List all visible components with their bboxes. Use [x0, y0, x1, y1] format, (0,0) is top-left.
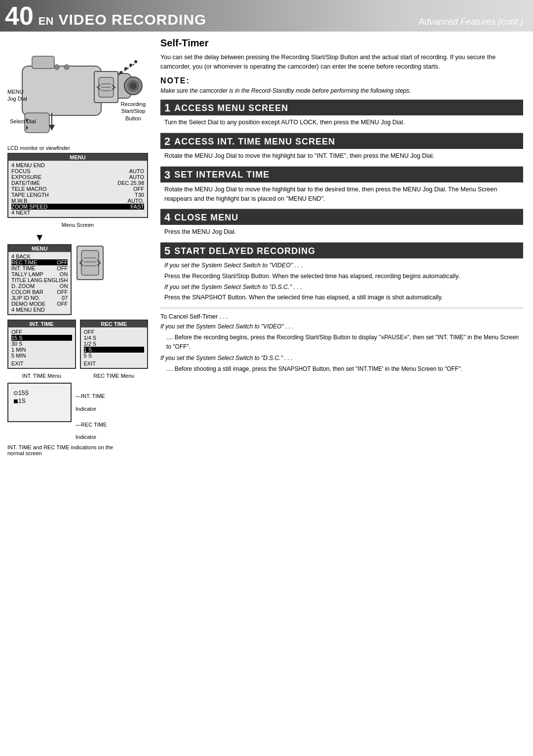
int-time-row: 15 S: [11, 335, 72, 341]
indicator-box: ⊙15S◼1S: [7, 383, 72, 422]
step-body-text2: Press the SNAPSHOT Button. When the sele…: [164, 293, 519, 302]
cancel-dsc-body: .... Before shooting a still image, pres…: [160, 364, 523, 374]
rec-time-screen: REC TIME OFF1/4 S1/2 S1 S5 SEXIT: [80, 320, 149, 369]
step-title: ACCESS INT. TIME MENU SCREEN: [174, 137, 335, 147]
menu-screen-content: 4 MENU ENDFOCUSAUTOEXPOSUREAUTODATE/TIME…: [8, 161, 147, 217]
rec-time-row: 1/2 S: [84, 341, 145, 347]
left-column: Select Dial MENUJog Dial RecordingStart/…: [0, 32, 153, 461]
camcorder-svg: [7, 36, 146, 145]
second-jog-dial: [76, 246, 104, 280]
step-body: Rotate the MENU Jog Dial to move the hig…: [160, 182, 523, 210]
svg-point-4: [130, 82, 137, 89]
svg-rect-0: [22, 66, 101, 115]
step-header: 5 START DELAYED RECORDING: [160, 244, 523, 258]
normal-screen-caption: INT. TIME and REC TIME indications on th…: [7, 444, 148, 456]
steps-container: 1 ACCESS MENU SCREEN Turn the Select Dia…: [160, 100, 523, 308]
indicator-area: ⊙15S◼1S —INT. TIME Indicator —REC TIME I…: [7, 383, 148, 443]
back-screen-row: COLOR BAROFF: [11, 289, 68, 295]
int-time-row: OFF: [11, 329, 72, 335]
svg-point-11: [124, 67, 127, 70]
int-time-row: 30 S: [11, 341, 72, 347]
int-time-screen: INT. TIME OFF15 S30 S1 MIN5 MINEXIT: [7, 320, 76, 369]
step-header: 1 ACCESS MENU SCREEN: [160, 101, 523, 115]
rec-time-row: 1/4 S: [84, 335, 145, 341]
menu-screen-row: 4 NEXT: [11, 210, 144, 216]
step-header: 4 CLOSE MENU: [160, 210, 523, 225]
rec-time-screen-wrap: REC TIME OFF1/4 S1/2 S1 S5 SEXIT REC TIM…: [80, 320, 149, 379]
cancel-title: To Cancel Self-Timer . . .: [160, 313, 523, 320]
step-body: Turn the Select Dial to any position exc…: [160, 115, 523, 133]
step-1-block: 1 ACCESS MENU SCREEN Turn the Select Dia…: [160, 100, 523, 133]
arrow-down-icon: ▼: [7, 232, 72, 243]
int-time-row: 1 MIN: [11, 347, 72, 353]
back-screen-content: 4 BACKREC TIMEOFFINT. TIMEOFFTALLY LAMPO…: [8, 252, 71, 314]
page-en: EN: [38, 15, 54, 28]
menu-screen-row: M.W.B.AUTO.: [11, 198, 144, 204]
note-title: NOTE:: [160, 76, 523, 85]
step-body-italic: If you set the System Select Switch to "…: [164, 261, 519, 270]
step-5-block: 5 START DELAYED RECORDING If you set the…: [160, 243, 523, 308]
menu-screen-header: MENU: [8, 154, 147, 161]
cancel-video-italic: If you set the System Select Switch to "…: [160, 322, 523, 331]
step-body-text: Rotate the MENU Jog Dial to move the hig…: [164, 151, 519, 161]
svg-point-12: [129, 64, 132, 67]
int-time-header: INT. TIME: [8, 321, 75, 327]
main-content: Select Dial MENUJog Dial RecordingStart/…: [0, 32, 533, 461]
step-4-block: 4 CLOSE MENU Press the MENU Jog Dial.: [160, 209, 523, 243]
right-column: Self-Timer You can set the delay between…: [153, 32, 533, 461]
step-title: START DELAYED RECORDING: [174, 246, 315, 256]
cancel-video-body: .... Before the recording begins, press …: [160, 333, 523, 352]
step-body-italic2: If you set the System Select Switch to "…: [164, 283, 519, 292]
rec-time-content: OFF1/4 S1/2 S1 S5 SEXIT: [81, 327, 148, 368]
indicator-line: ⊙15S: [13, 390, 66, 396]
section-title: Self-Timer: [160, 37, 523, 49]
rec-time-header: REC TIME: [81, 321, 148, 327]
cancel-dsc-italic: If you set the System Select Switch to "…: [160, 354, 523, 363]
back-screen-row: DEMO MODEOFF: [11, 301, 68, 307]
menu-screen-row: FOCUSAUTO: [11, 168, 144, 174]
back-screen-row: TITLE LANG.ENGLISH: [11, 277, 68, 283]
menu-screen-row: ZOOM SPEEDFAST: [11, 204, 144, 210]
page-subtitle: Advanced Features (cont.): [419, 17, 523, 27]
back-screen-row: D. ZOOMON: [11, 283, 68, 289]
body-text: You can set the delay between pressing t…: [160, 53, 523, 72]
page-header: 40 EN VIDEO RECORDING Advanced Features …: [0, 0, 533, 32]
indicator-line: ◼1S: [13, 397, 66, 404]
back-screen-row: INT. TIMEOFF: [11, 265, 68, 271]
svg-point-7: [54, 65, 59, 70]
back-screen-row: REC TIMEOFF: [11, 259, 68, 265]
step-body: Rotate the MENU Jog Dial to move the hig…: [160, 149, 523, 167]
step-number: 3: [164, 170, 170, 180]
menu-screen-row: EXPOSUREAUTO: [11, 174, 144, 180]
menu-screen-row: DATE/TIMEDEC 25.98: [11, 180, 144, 186]
step-header: 2 ACCESS INT. TIME MENU SCREEN: [160, 134, 523, 149]
rec-time-row: OFF: [84, 329, 145, 335]
step-title: CLOSE MENU: [174, 213, 238, 223]
page-number: 40: [5, 3, 34, 29]
step-2-block: 2 ACCESS INT. TIME MENU SCREEN Rotate th…: [160, 133, 523, 167]
svg-rect-5: [32, 56, 54, 69]
int-time-screen-wrap: INT. TIME OFF15 S30 S1 MIN5 MINEXIT INT.…: [7, 320, 76, 379]
recording-button-label: RecordingStart/StopButton: [121, 101, 146, 122]
back-screen-header: MENU: [8, 245, 71, 252]
int-time-label: INT. TIME Menu: [7, 373, 76, 379]
svg-point-13: [134, 60, 137, 63]
camcorder-illustration: Select Dial MENUJog Dial RecordingStart/…: [7, 36, 146, 145]
menu-screen-label: Menu Screen: [7, 222, 148, 228]
cancel-section: To Cancel Self-Timer . . . If you set th…: [160, 313, 523, 374]
step-body-text: Press the Recording Start/Stop Button. W…: [164, 272, 519, 281]
back-screen-row: JLIP ID NO.07: [11, 295, 68, 301]
page-title: VIDEO RECORDING: [58, 11, 413, 28]
back-screen-row: 4 BACK: [11, 253, 68, 259]
step-body: If you set the System Select Switch to "…: [160, 258, 523, 308]
indicator-lines: ⊙15S◼1S: [11, 386, 68, 408]
lcd-label: LCD monitor or viewfinder: [7, 145, 148, 151]
small-screens-area: INT. TIME OFF15 S30 S1 MIN5 MINEXIT INT.…: [7, 320, 148, 379]
step-body: Press the MENU Jog Dial.: [160, 225, 523, 243]
back-screen-box: MENU 4 BACKREC TIMEOFFINT. TIMEOFFTALLY …: [7, 244, 72, 315]
svg-point-8: [64, 65, 69, 70]
step-title: ACCESS MENU SCREEN: [174, 103, 288, 113]
rec-time-row: 5 S: [84, 353, 145, 359]
select-dial-label: Select Dial: [10, 118, 36, 125]
menu-jog-label: MENUJog Dial: [7, 88, 27, 103]
